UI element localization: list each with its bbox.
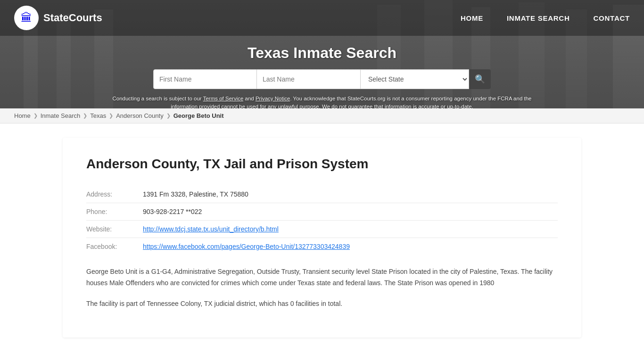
breadcrumb-sep-2: ❯ [83, 113, 87, 119]
phone-label: Phone: [86, 203, 143, 221]
search-button[interactable]: 🔍 [469, 69, 491, 89]
website-label: Website: [86, 221, 143, 238]
logo-link[interactable]: 🏛 StateCourts [14, 6, 102, 30]
breadcrumb-sep-1: ❯ [33, 113, 38, 119]
info-table: Address: 1391 Fm 3328, Palestine, TX 758… [86, 186, 558, 255]
logo-icon: 🏛 [14, 6, 39, 30]
facility-title: Anderson County, TX Jail and Prison Syst… [86, 156, 558, 172]
breadcrumb-state[interactable]: Texas [90, 112, 106, 119]
disclaimer-text: Conducting a search is subject to our Te… [110, 95, 534, 108]
phone-value: 903-928-2217 **022 [143, 203, 558, 221]
table-row-facebook: Facebook: https://www.facebook.com/pages… [86, 238, 558, 255]
breadcrumb-home[interactable]: Home [14, 112, 31, 119]
breadcrumb-sep-3: ❯ [109, 113, 113, 119]
nav-links: HOME INMATE SEARCH CONTACT [461, 14, 630, 22]
search-icon: 🔍 [475, 74, 485, 84]
table-row-website: Website: http://www.tdcj.state.tx.us/uni… [86, 221, 558, 238]
terms-link[interactable]: Terms of Service [203, 96, 244, 101]
search-bar: Select StateAlabamaAlaskaArizonaArkansas… [9, 69, 635, 89]
website-value: http://www.tdcj.state.tx.us/unit_directo… [143, 221, 558, 238]
page-title: Texas Inmate Search [9, 44, 635, 62]
breadcrumb-sep-4: ❯ [166, 113, 171, 119]
description-1: George Beto Unit is a G1-G4, Administrat… [86, 266, 558, 289]
breadcrumb-current: George Beto Unit [173, 112, 224, 119]
privacy-link[interactable]: Privacy Notice [256, 96, 290, 101]
state-select[interactable]: Select StateAlabamaAlaskaArizonaArkansas… [361, 69, 469, 89]
nav-contact[interactable]: CONTACT [594, 14, 630, 22]
header: 🏛 StateCourts HOME INMATE SEARCH CONTACT… [0, 0, 644, 108]
navbar: 🏛 StateCourts HOME INMATE SEARCH CONTACT [0, 0, 644, 36]
description-2: The facility is part of Tennessee Colony… [86, 298, 558, 310]
breadcrumb-county[interactable]: Anderson County [116, 112, 163, 119]
nav-inmate-search[interactable]: INMATE SEARCH [507, 14, 570, 22]
facebook-value: https://www.facebook.com/pages/George-Be… [143, 238, 558, 255]
address-value: 1391 Fm 3328, Palestine, TX 75880 [143, 186, 558, 203]
facebook-label: Facebook: [86, 238, 143, 255]
table-row-address: Address: 1391 Fm 3328, Palestine, TX 758… [86, 186, 558, 203]
nav-home[interactable]: HOME [461, 14, 483, 22]
last-name-input[interactable] [257, 69, 361, 89]
facebook-link[interactable]: https://www.facebook.com/pages/George-Be… [143, 243, 350, 250]
breadcrumb: Home ❯ Inmate Search ❯ Texas ❯ Anderson … [0, 108, 644, 123]
website-link[interactable]: http://www.tdcj.state.tx.us/unit_directo… [143, 225, 279, 233]
logo-text: StateCourts [43, 12, 102, 24]
address-label: Address: [86, 186, 143, 203]
hero-section: Texas Inmate Search Select StateAlabamaA… [0, 36, 644, 108]
breadcrumb-inmate-search[interactable]: Inmate Search [41, 112, 81, 119]
content-card: Anderson County, TX Jail and Prison Syst… [63, 138, 581, 337]
first-name-input[interactable] [153, 69, 257, 89]
main-content: Anderson County, TX Jail and Prison Syst… [44, 123, 600, 362]
table-row-phone: Phone: 903-928-2217 **022 [86, 203, 558, 221]
